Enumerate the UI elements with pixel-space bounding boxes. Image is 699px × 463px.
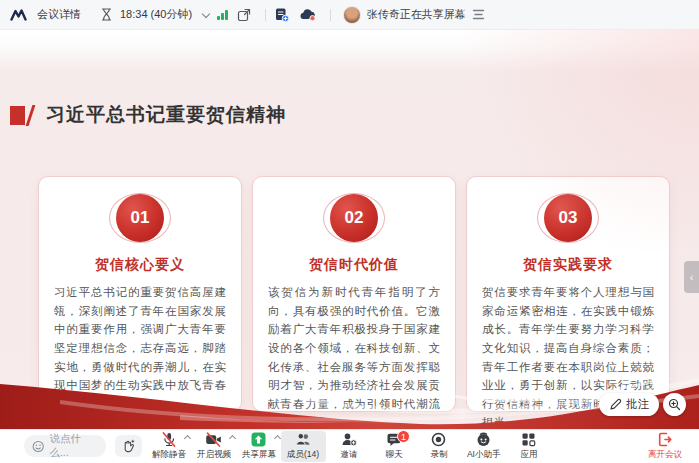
mic-off-icon	[161, 432, 177, 447]
magnifier-plus-icon	[668, 398, 681, 411]
chat-button[interactable]: 聊天 1	[371, 431, 416, 462]
button-label: 共享屏幕	[241, 448, 275, 460]
new-document-icon[interactable]	[274, 7, 289, 22]
presenter-avatar[interactable]	[343, 6, 361, 24]
unmute-button[interactable]: 解除静音	[146, 431, 191, 462]
apps-icon	[521, 432, 536, 447]
mute-options-chevron[interactable]	[184, 435, 191, 442]
share-screen-icon	[251, 432, 266, 447]
raise-hand-icon	[121, 439, 136, 454]
apps-button[interactable]: 应用	[506, 431, 551, 462]
shared-screen-area: 习近平总书记重要贺信精神 01 贺信核心要义 习近平总书记的重要贺信高屋建瓴，深…	[0, 30, 699, 430]
card-group: 01 贺信核心要义 习近平总书记的重要贺信高屋建瓴，深刻阐述了青年在国家发展中的…	[38, 176, 670, 412]
number-badge: 01	[116, 194, 164, 242]
button-label: 开启视频	[196, 448, 230, 460]
button-label: 邀请	[340, 448, 357, 460]
share-screen-button[interactable]: 共享屏幕	[236, 431, 281, 462]
toolbar-left-group: 说点什么...	[24, 435, 142, 457]
card-heading: 贺信时代价值	[309, 256, 399, 274]
red-wave-decoration	[0, 378, 699, 430]
raise-hand-button[interactable]	[115, 435, 142, 457]
start-video-button[interactable]: 开启视频	[191, 431, 236, 462]
chevron-left-icon: ‹	[690, 271, 694, 283]
divider	[330, 9, 331, 21]
leave-meeting-button[interactable]: 离开会议	[642, 431, 687, 462]
annotate-label: 批注	[626, 397, 649, 412]
button-label: 应用	[520, 448, 537, 460]
card-era-value: 02 贺信时代价值 该贺信为新时代青年指明了方向，具有极强的时代价值。它激励着广…	[252, 176, 456, 412]
chat-placeholder: 说点什么...	[49, 432, 98, 460]
chat-unread-badge: 1	[397, 430, 410, 443]
top-bar: 会议详情 18:34 (40分钟) 张传奇正在共享屏幕	[0, 0, 699, 30]
slide-title: 习近平总书记重要贺信精神	[46, 102, 286, 128]
camera-off-icon	[205, 432, 222, 447]
video-options-chevron[interactable]	[229, 435, 236, 442]
title-red-mark	[10, 106, 25, 125]
chevron-down-icon[interactable]	[202, 9, 210, 17]
smiley-icon	[32, 440, 44, 453]
meeting-window: 会议详情 18:34 (40分钟) 张传奇正在共享屏幕 习近平总书记重要贺信精神	[0, 0, 699, 463]
button-label: 离开会议	[647, 448, 681, 460]
members-button[interactable]: 成员(14)	[281, 431, 326, 462]
sharing-status-text: 张传奇正在共享屏幕	[367, 7, 466, 22]
card-heading: 贺信实践要求	[523, 256, 613, 274]
button-label: 解除静音	[151, 448, 185, 460]
number-badge: 02	[330, 194, 378, 242]
button-label: 成员(14)	[287, 448, 319, 460]
hourglass-icon	[101, 8, 112, 21]
leave-meeting-icon	[657, 432, 672, 447]
annotate-button[interactable]: 批注	[599, 393, 659, 416]
pencil-icon	[609, 398, 622, 411]
card-core-meaning: 01 贺信核心要义 习近平总书记的重要贺信高屋建瓴，深刻阐述了青年在国家发展中的…	[38, 176, 242, 412]
ai-assistant-icon	[476, 432, 491, 447]
button-label: AI小助手	[467, 448, 501, 460]
cloud-sync-icon[interactable]	[299, 8, 316, 21]
divider	[265, 9, 266, 21]
tencent-meeting-logo	[10, 8, 27, 21]
ai-assistant-button[interactable]: AI小助手	[461, 431, 506, 462]
collapse-panel-handle[interactable]: ‹	[684, 261, 699, 293]
toolbar-center-group: 解除静音 开启视频 共享屏幕 成员	[146, 430, 551, 463]
number-badge: 03	[544, 194, 592, 242]
popout-window-icon[interactable]	[237, 8, 251, 22]
layout-lines-icon[interactable]	[472, 9, 485, 20]
title-red-slash	[26, 105, 36, 126]
meeting-timer[interactable]: 18:34 (40分钟)	[120, 7, 192, 22]
card-practice-requirements: 03 贺信实践要求 贺信要求青年要将个人理想与国家命运紧密相连，在实践中锻炼成长…	[466, 176, 670, 412]
members-icon	[295, 432, 312, 447]
number-ring: 01	[109, 193, 171, 243]
signal-strength-icon[interactable]	[217, 9, 228, 20]
bottom-toolbar: 说点什么... 解除静音 开启视频	[0, 429, 699, 463]
slide-title-row: 习近平总书记重要贺信精神	[10, 102, 286, 128]
invite-icon	[341, 432, 357, 447]
share-options-chevron[interactable]	[274, 435, 281, 442]
zoom-in-button[interactable]	[663, 393, 686, 416]
record-button[interactable]: 录制	[416, 431, 461, 462]
meeting-details-link[interactable]: 会议详情	[37, 7, 81, 22]
button-label: 录制	[430, 448, 447, 460]
toolbar-right-group: 离开会议	[642, 431, 687, 462]
record-icon	[431, 432, 446, 447]
card-heading: 贺信核心要义	[95, 256, 185, 274]
invite-button[interactable]: 邀请	[326, 431, 371, 462]
quick-chat-input[interactable]: 说点什么...	[24, 435, 106, 457]
number-ring: 02	[323, 193, 385, 243]
button-label: 聊天	[385, 448, 402, 460]
floating-tools: 批注	[599, 393, 686, 416]
number-ring: 03	[537, 193, 599, 243]
